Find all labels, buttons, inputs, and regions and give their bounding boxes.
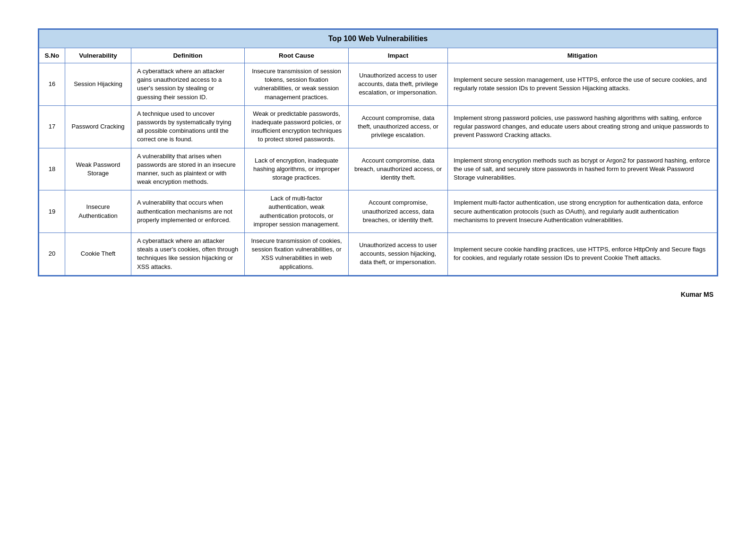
cell-vulnerability: Cookie Theft	[65, 233, 131, 276]
cell-impact: Account compromise, data theft, unauthor…	[349, 105, 448, 148]
cell-mitigation: Implement strong password policies, use …	[448, 105, 717, 148]
cell-vulnerability: Insecure Authentication	[65, 190, 131, 233]
table-title: Top 100 Web Vulnerabilities	[39, 30, 717, 48]
table-row: 20Cookie TheftA cyberattack where an att…	[39, 233, 717, 276]
cell-root-cause: Insecure transmission of session tokens,…	[245, 63, 349, 106]
table-row: 16Session HijackingA cyberattack where a…	[39, 63, 717, 106]
table-header-row: S.No Vulnerability Definition Root Cause…	[39, 48, 717, 63]
header-vulnerability: Vulnerability	[65, 48, 131, 63]
cell-mitigation: Implement secure session management, use…	[448, 63, 717, 106]
cell-definition: A cyberattack where an attacker steals a…	[131, 233, 245, 276]
cell-impact: Unauthorized access to user accounts, da…	[349, 63, 448, 106]
cell-sno: 18	[39, 148, 65, 190]
page-footer: Kumar MS	[38, 291, 718, 298]
cell-definition: A technique used to uncover passwords by…	[131, 105, 245, 148]
cell-vulnerability: Weak Password Storage	[65, 148, 131, 190]
main-table-wrapper: Top 100 Web Vulnerabilities S.No Vulnera…	[38, 28, 718, 276]
cell-mitigation: Implement strong encryption methods such…	[448, 148, 717, 190]
table-body: 16Session HijackingA cyberattack where a…	[39, 63, 717, 276]
cell-definition: A vulnerability that occurs when authent…	[131, 190, 245, 233]
cell-vulnerability: Password Cracking	[65, 105, 131, 148]
cell-definition: A vulnerability that arises when passwor…	[131, 148, 245, 190]
cell-impact: Account compromise, unauthorized access,…	[349, 190, 448, 233]
cell-root-cause: Weak or predictable passwords, inadequat…	[245, 105, 349, 148]
cell-sno: 16	[39, 63, 65, 106]
cell-definition: A cyberattack where an attacker gains un…	[131, 63, 245, 106]
cell-sno: 20	[39, 233, 65, 276]
cell-root-cause: Lack of multi-factor authentication, wea…	[245, 190, 349, 233]
table-row: 19Insecure AuthenticationA vulnerability…	[39, 190, 717, 233]
header-mitigation: Mitigation	[448, 48, 717, 63]
table-title-row: Top 100 Web Vulnerabilities	[39, 30, 717, 48]
table-row: 18Weak Password StorageA vulnerability t…	[39, 148, 717, 190]
header-impact: Impact	[349, 48, 448, 63]
cell-mitigation: Implement multi-factor authentication, u…	[448, 190, 717, 233]
header-definition: Definition	[131, 48, 245, 63]
cell-vulnerability: Session Hijacking	[65, 63, 131, 106]
cell-impact: Account compromise, data breach, unautho…	[349, 148, 448, 190]
author-label: Kumar MS	[681, 291, 713, 298]
header-root-cause: Root Cause	[245, 48, 349, 63]
cell-root-cause: Insecure transmission of cookies, sessio…	[245, 233, 349, 276]
cell-sno: 17	[39, 105, 65, 148]
cell-root-cause: Lack of encryption, inadequate hashing a…	[245, 148, 349, 190]
table-row: 17Password CrackingA technique used to u…	[39, 105, 717, 148]
header-sno: S.No	[39, 48, 65, 63]
vulnerabilities-table: Top 100 Web Vulnerabilities S.No Vulnera…	[39, 29, 717, 276]
cell-sno: 19	[39, 190, 65, 233]
cell-impact: Unauthorized access to user accounts, se…	[349, 233, 448, 276]
cell-mitigation: Implement secure cookie handling practic…	[448, 233, 717, 276]
